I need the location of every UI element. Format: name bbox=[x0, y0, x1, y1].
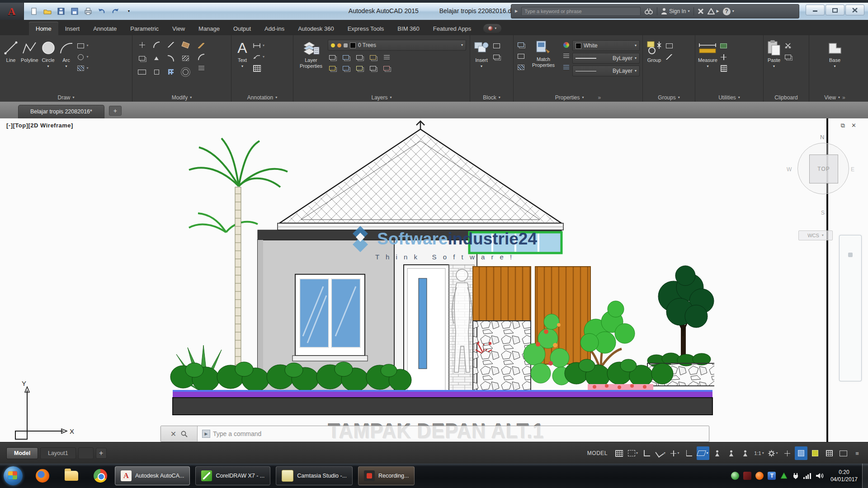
workspace-switch[interactable]: ▾ bbox=[767, 446, 779, 460]
explode-tool-icon[interactable] bbox=[179, 54, 192, 62]
status-monitor-icon[interactable] bbox=[837, 446, 849, 460]
layer-match-icon[interactable] bbox=[341, 64, 350, 72]
annotation-autoscale-toggle[interactable] bbox=[725, 446, 737, 460]
tray-t-app-icon[interactable]: T bbox=[768, 472, 776, 480]
sign-in-control[interactable]: Sign In ▾ bbox=[661, 8, 689, 15]
chrome-launcher[interactable] bbox=[91, 467, 109, 485]
tab-bim360[interactable]: BIM 360 bbox=[391, 22, 426, 35]
crosshair-toggle[interactable] bbox=[781, 446, 793, 460]
tab-home[interactable]: Home bbox=[29, 22, 58, 35]
line-button[interactable]: Line bbox=[3, 38, 19, 63]
navigation-bar[interactable] bbox=[839, 235, 862, 381]
ortho-toggle[interactable] bbox=[641, 446, 653, 460]
navbar-pan-icon[interactable] bbox=[848, 253, 853, 257]
viewport-close-icon[interactable]: ✕ bbox=[851, 122, 856, 129]
ellipse-tool-icon[interactable] bbox=[76, 53, 85, 61]
snap-toggle[interactable]: ▾ bbox=[627, 446, 639, 460]
viewcube-north[interactable]: N bbox=[820, 134, 824, 141]
base-button[interactable]: Base ▾ bbox=[826, 38, 844, 68]
viewcube[interactable]: N W E TOP S bbox=[794, 131, 853, 226]
tab-layout1[interactable]: Layout1 bbox=[40, 447, 75, 459]
circle-button[interactable]: Circle ▾ bbox=[40, 38, 57, 68]
object-color-select[interactable]: White ▾ bbox=[572, 40, 640, 51]
leader-tool-icon[interactable] bbox=[252, 53, 261, 61]
tab-featuredapps[interactable]: Featured Apps bbox=[426, 22, 478, 35]
erase-tool-icon[interactable] bbox=[179, 41, 192, 49]
viewcube-top-face[interactable]: TOP bbox=[809, 155, 838, 183]
panel-block-label[interactable]: Block▾ bbox=[470, 94, 513, 101]
measure-button[interactable]: Measure ▾ bbox=[698, 38, 717, 68]
qat-save-button[interactable] bbox=[56, 6, 66, 16]
hatch-tool-icon[interactable] bbox=[76, 64, 85, 72]
clean-screen-toggle[interactable] bbox=[823, 446, 835, 460]
match-brush-icon[interactable] bbox=[197, 42, 206, 50]
polar-toggle[interactable]: ▾ bbox=[655, 446, 667, 460]
tab-annotate[interactable]: Annotate bbox=[86, 22, 123, 35]
tray-power-plug-icon[interactable] bbox=[792, 472, 799, 479]
network-signal-icon[interactable] bbox=[803, 473, 811, 479]
fillet-tool-icon[interactable] bbox=[164, 54, 178, 62]
linetype-list-icon[interactable] bbox=[561, 63, 571, 71]
id-point-icon[interactable] bbox=[719, 42, 728, 50]
ungroup-icon[interactable] bbox=[665, 42, 674, 50]
qat-new-button[interactable] bbox=[28, 6, 39, 16]
tab-insert[interactable]: Insert bbox=[58, 22, 87, 35]
layer-unlock-icon[interactable] bbox=[368, 64, 377, 72]
qat-open-button[interactable] bbox=[42, 6, 53, 16]
panel-annotation-label[interactable]: Annotation▾ bbox=[231, 94, 293, 101]
minimize-button[interactable] bbox=[806, 5, 825, 15]
new-drawing-tab-button[interactable]: + bbox=[109, 106, 122, 116]
offset-tool-icon[interactable] bbox=[179, 68, 192, 76]
panel-properties-label[interactable]: Properties▾» bbox=[514, 94, 642, 101]
copy-clip-icon[interactable] bbox=[783, 53, 793, 61]
text-button[interactable]: A Text ▾ bbox=[234, 38, 250, 68]
lineweight-toggle[interactable] bbox=[683, 446, 695, 460]
lineweight-list-icon[interactable] bbox=[561, 52, 571, 60]
ribbon-options-button[interactable]: ▾ bbox=[483, 24, 501, 33]
layer-states-icon[interactable] bbox=[382, 53, 391, 61]
qat-saveas-button[interactable] bbox=[69, 6, 80, 16]
firefox-launcher[interactable] bbox=[33, 467, 52, 485]
layer-properties-button[interactable]: Layer Properties bbox=[296, 38, 326, 69]
command-line-bar[interactable]: ✕ ▶ Type a command bbox=[160, 426, 709, 442]
command-recent-icon[interactable]: ▶ bbox=[202, 430, 210, 438]
quick-calc-icon[interactable] bbox=[719, 64, 728, 72]
start-button[interactable] bbox=[4, 466, 23, 485]
point-crosshair-icon[interactable] bbox=[719, 53, 728, 61]
tab-parametric[interactable]: Parametric bbox=[123, 22, 165, 35]
prop-quick-icon[interactable] bbox=[516, 63, 525, 71]
lineweight-select[interactable]: ByLayer ▾ bbox=[572, 53, 640, 64]
model-space-toggle[interactable]: MODEL bbox=[584, 446, 611, 460]
qat-redo-button[interactable] bbox=[110, 6, 121, 16]
command-close-icon[interactable]: ✕ bbox=[170, 430, 176, 438]
tab-output[interactable]: Output bbox=[226, 22, 258, 35]
qat-plot-button[interactable] bbox=[83, 6, 94, 16]
layer-isolate-icon[interactable] bbox=[341, 53, 350, 61]
tray-green-triangle-icon[interactable] bbox=[780, 472, 788, 480]
task-camtasia[interactable]: Camtasia Studio -... bbox=[276, 466, 353, 485]
mirror-tool-icon[interactable] bbox=[150, 54, 163, 62]
dimension-tool-icon[interactable] bbox=[252, 42, 261, 50]
qat-dropdown-button[interactable]: ▾ bbox=[123, 6, 134, 16]
task-autocad[interactable]: A Autodesk AutoCA... bbox=[115, 466, 190, 485]
stretch-tool-icon[interactable] bbox=[135, 68, 149, 76]
tray-green-app-icon[interactable] bbox=[731, 472, 739, 480]
customization-menu[interactable]: ≡ bbox=[851, 446, 863, 460]
annotation-scale-select[interactable]: 1:1▾ bbox=[753, 446, 765, 460]
layer-prev-icon[interactable] bbox=[355, 64, 364, 72]
maximize-button[interactable] bbox=[826, 5, 844, 15]
trim-tool-icon[interactable] bbox=[164, 41, 178, 49]
task-coreldraw[interactable]: CorelDRAW X7 - ... bbox=[195, 466, 270, 485]
block-define-icon[interactable] bbox=[492, 53, 501, 61]
annotation-scale-icon[interactable] bbox=[739, 446, 751, 460]
new-layout-button[interactable]: + bbox=[96, 448, 107, 459]
tab-view[interactable]: View bbox=[165, 22, 192, 35]
app-menu-button[interactable]: A bbox=[0, 3, 24, 20]
cut-scissors-icon[interactable] bbox=[783, 42, 793, 50]
show-desktop-button[interactable] bbox=[862, 464, 868, 488]
binoculars-icon[interactable] bbox=[644, 8, 653, 15]
linetype-select[interactable]: ByLayer ▾ bbox=[572, 66, 640, 76]
autodesk360-button[interactable]: ▶ bbox=[708, 8, 719, 14]
group-button[interactable]: Group bbox=[646, 38, 663, 63]
layer-select[interactable]: 0 Trees ▾ bbox=[328, 40, 466, 51]
